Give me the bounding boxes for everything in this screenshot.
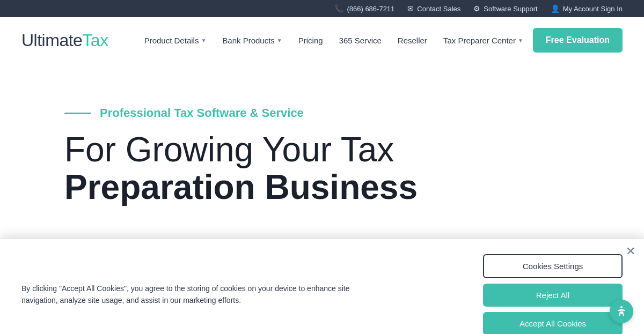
hero-subtitle: Professional Tax Software & Service — [100, 106, 304, 120]
my-account-link[interactable]: 👤 My Account Sign In — [551, 4, 623, 13]
svg-point-0 — [620, 306, 623, 308]
accept-all-cookies-button[interactable]: Accept All Cookies — [483, 312, 623, 334]
nav-item-reseller[interactable]: Reseller — [391, 32, 434, 49]
header: UltimateTax Product Details ▼ Bank Produ… — [0, 17, 644, 63]
chevron-down-icon: ▼ — [201, 38, 206, 43]
software-support-link[interactable]: ⚙ Software Support — [473, 4, 537, 13]
hero-section: Professional Tax Software & Service For … — [0, 63, 644, 239]
reject-all-button[interactable]: Reject All — [483, 284, 623, 307]
nav-item-product-details[interactable]: Product Details ▼ — [138, 32, 213, 49]
contact-sales-link[interactable]: ✉ Contact Sales — [407, 4, 460, 13]
phone-icon: 📞 — [334, 4, 343, 13]
hero-accent-line — [64, 113, 91, 114]
chevron-down-icon: ▼ — [277, 38, 282, 43]
logo-ultimate: Ultimate — [21, 31, 82, 50]
support-icon: ⚙ — [473, 4, 480, 13]
hero-title-line1: For Growing Your Tax — [64, 130, 394, 169]
top-bar: 📞 (866) 686-7211 ✉ Contact Sales ⚙ Softw… — [0, 0, 644, 17]
hero-title: For Growing Your Tax Preparation Busines… — [64, 131, 440, 206]
chevron-down-icon: ▼ — [518, 38, 523, 43]
nav-item-tax-preparer-center[interactable]: Tax Preparer Center ▼ — [437, 32, 530, 49]
main-nav: Product Details ▼ Bank Products ▼ Pricin… — [138, 28, 623, 53]
cookie-banner: ✕ By clicking "Accept All Cookies", you … — [0, 239, 644, 334]
hero-title-line2: Preparation Business — [64, 168, 440, 206]
logo[interactable]: UltimateTax — [21, 31, 108, 50]
free-evaluation-button[interactable]: Free Evaluation — [533, 28, 623, 53]
logo-tax: Tax — [82, 31, 108, 50]
sales-icon: ✉ — [407, 4, 414, 13]
cookie-buttons: Cookies Settings Reject All Accept All C… — [483, 254, 623, 334]
account-icon: 👤 — [551, 4, 560, 13]
phone-link[interactable]: 📞 (866) 686-7211 — [334, 4, 394, 13]
cookie-close-button[interactable]: ✕ — [626, 246, 635, 257]
accessibility-icon — [615, 305, 628, 318]
cookie-text: By clicking "Accept All Cookies", you ag… — [21, 283, 365, 307]
nav-item-365-service[interactable]: 365 Service — [333, 32, 388, 49]
nav-item-bank-products[interactable]: Bank Products ▼ — [216, 32, 288, 49]
cookies-settings-button[interactable]: Cookies Settings — [483, 254, 623, 278]
accessibility-button[interactable] — [610, 300, 633, 323]
hero-subtitle-row: Professional Tax Software & Service — [64, 106, 623, 120]
nav-item-pricing[interactable]: Pricing — [292, 32, 330, 49]
